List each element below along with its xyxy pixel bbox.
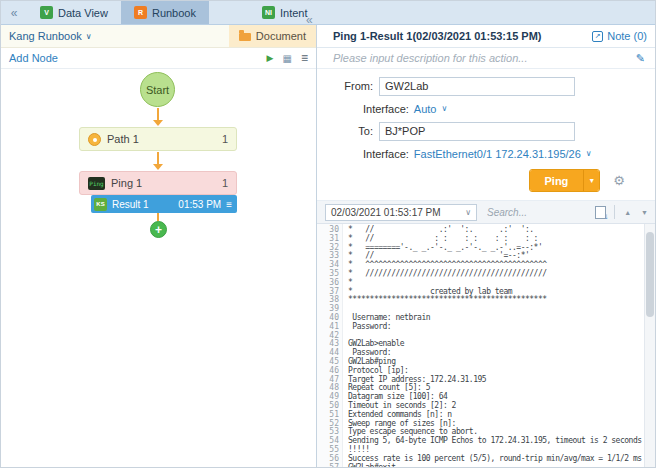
flow-connector <box>157 213 159 221</box>
runbook-toolbar: Add Node ▶ ▦ ≡ <box>1 48 316 69</box>
result-panel: Ping 1-Result 1(02/03/2021 01:53:15 PM) … <box>317 25 655 468</box>
description-placeholder[interactable]: Please input description for this action… <box>333 52 527 64</box>
layout-view-icon[interactable]: ▦ <box>283 53 292 64</box>
flowchart-canvas[interactable]: Start Path 1 1 Ping Ping 1 1 KS <box>1 69 316 468</box>
runbook-name-label: Kang Runbook <box>9 30 82 42</box>
edit-pencil-icon[interactable]: ✎ <box>636 52 645 65</box>
path-icon <box>88 133 101 146</box>
toolbar-divider <box>614 205 615 219</box>
from-row: From: <box>333 75 643 97</box>
result-menu-icon[interactable]: ≡ <box>226 199 232 210</box>
add-step-button[interactable]: + <box>150 221 167 238</box>
timestamp-select[interactable]: 02/03/2021 01:53:17 PM ∨ <box>325 204 477 221</box>
export-output-icon[interactable]: ↓ <box>595 206 606 219</box>
result-title: Ping 1-Result 1(02/03/2021 01:53:15 PM) <box>333 30 592 42</box>
download-arrow-icon: ↓ <box>604 212 608 221</box>
to-label: To: <box>333 125 373 137</box>
result-toolbar: 02/03/2021 01:53:17 PM ∨ ↓ ▲ ▼ <box>317 201 655 224</box>
console-line-text: Password: <box>348 323 644 332</box>
chevron-down-icon: ∨ <box>86 32 92 41</box>
result-row[interactable]: KS Result 1 01:53 PM ≡ <box>91 195 237 213</box>
netbrain-runbook-app: « V Data View R Runbook NI Intent « Kang… <box>0 0 656 468</box>
ping-node-label: Ping 1 <box>111 177 142 189</box>
result-header: Ping 1-Result 1(02/03/2021 01:53:15 PM) … <box>317 25 655 48</box>
plus-icon: + <box>155 223 162 237</box>
path-node[interactable]: Path 1 1 <box>79 127 237 151</box>
collapse-left-icon[interactable]: « <box>1 1 27 24</box>
cli-output-console: 30 31 32 33 34 35 36 37 <box>317 224 655 468</box>
search-prev-icon[interactable]: ▲ <box>623 209 632 216</box>
runbook-toolbar-icons: ▶ ▦ ≡ <box>267 51 308 65</box>
ping-dropdown-icon[interactable]: ▾ <box>583 170 599 191</box>
note-area: ↗ Note (0) <box>592 30 647 42</box>
document-button[interactable]: Document <box>229 25 316 47</box>
add-node-button[interactable]: Add Node <box>9 52 58 64</box>
from-label: From: <box>333 80 373 92</box>
gear-icon[interactable]: ⚙ <box>613 173 625 188</box>
from-interface-row: Interface: Auto ∨ <box>363 99 643 118</box>
from-input[interactable] <box>379 77 575 96</box>
to-interface-dropdown[interactable]: FastEthernet0/1 172.24.31.195/26 <box>414 148 581 160</box>
top-tabbar: « V Data View R Runbook NI Intent <box>1 1 655 25</box>
tab-intent-label: Intent <box>280 7 308 19</box>
console-line-text: * //////////////////////////////////////… <box>348 270 644 279</box>
to-interface-row: Interface: FastEthernet0/1 172.24.31.195… <box>363 144 643 163</box>
console-line-text: ****************************************… <box>348 296 644 305</box>
console-text: * // .:' ':. .:' ':. * // : : : : : : : … <box>343 224 644 468</box>
tab-spacer <box>209 1 249 24</box>
flow-connector <box>157 152 159 164</box>
ping-node[interactable]: Ping Ping 1 1 <box>79 171 237 195</box>
to-input[interactable] <box>379 122 575 141</box>
flow-connector <box>157 108 159 120</box>
from-interface-dropdown[interactable]: Auto <box>414 103 437 115</box>
path-node-label: Path 1 <box>107 133 139 145</box>
document-label: Document <box>256 30 306 42</box>
chevron-down-icon[interactable]: ∨ <box>586 149 592 158</box>
scrollbar-thumb[interactable] <box>646 232 654 317</box>
tab-data-view[interactable]: V Data View <box>27 1 121 24</box>
timestamp-value: 02/03/2021 01:53:17 PM <box>331 207 441 218</box>
search-input[interactable] <box>485 204 587 221</box>
path-node-count: 1 <box>222 133 228 145</box>
chevron-down-icon: ∨ <box>465 208 471 217</box>
collapse-flowchart-icon[interactable]: « <box>306 13 313 27</box>
result-time: 01:53 PM <box>178 199 221 210</box>
folder-icon <box>239 33 251 41</box>
tab-runbook[interactable]: R Runbook <box>121 1 209 24</box>
note-link[interactable]: Note (0) <box>607 30 647 42</box>
description-row: Please input description for this action… <box>317 48 655 69</box>
ping-node-count: 1 <box>222 177 228 189</box>
search-next-icon[interactable]: ▼ <box>640 209 649 216</box>
console-scrollbar[interactable] <box>644 224 655 468</box>
main-split: Kang Runbook ∨ Document Add Node ▶ ▦ ≡ <box>1 25 655 468</box>
runbook-panel: Kang Runbook ∨ Document Add Node ▶ ▦ ≡ <box>1 25 317 468</box>
chevron-down-icon[interactable]: ∨ <box>442 104 448 113</box>
ping-terminal-icon: Ping <box>88 177 105 190</box>
result-badge-icon: KS <box>94 198 107 211</box>
ping-button-group: Ping ▾ <box>529 169 601 192</box>
start-node[interactable]: Start <box>140 72 175 107</box>
line-number-gutter: 30 31 32 33 34 35 36 37 <box>317 224 343 468</box>
console-line-text: Username: netbrain <box>348 314 644 323</box>
start-node-label: Start <box>146 84 169 96</box>
interface-label: Interface: <box>363 148 409 160</box>
run-all-icon[interactable]: ▶ <box>267 53 274 63</box>
result-label: Result 1 <box>112 199 149 210</box>
ping-action-row: Ping ▾ ⚙ <box>317 169 625 192</box>
console-line-text: Sending 5, 64-byte ICMP Echos to 172.24.… <box>348 437 644 446</box>
flow-arrowhead-icon <box>153 120 163 126</box>
runbook-name-dropdown[interactable]: Kang Runbook ∨ <box>9 30 92 42</box>
ping-form: From: Interface: Auto ∨ To: Interface: F… <box>317 69 655 201</box>
flow-arrowhead-icon <box>153 164 163 170</box>
popout-icon[interactable]: ↗ <box>592 31 603 42</box>
data-view-icon: V <box>40 6 53 19</box>
runbook-icon: R <box>134 6 147 19</box>
tab-data-view-label: Data View <box>58 7 108 19</box>
intent-icon: NI <box>262 6 275 19</box>
to-row: To: <box>333 120 643 142</box>
tab-runbook-label: Runbook <box>152 7 196 19</box>
runbook-header: Kang Runbook ∨ Document <box>1 25 316 48</box>
ping-button[interactable]: Ping <box>530 170 584 191</box>
runbook-menu-icon[interactable]: ≡ <box>301 51 308 65</box>
console-line-text: GW2Lab#exit <box>348 464 644 468</box>
